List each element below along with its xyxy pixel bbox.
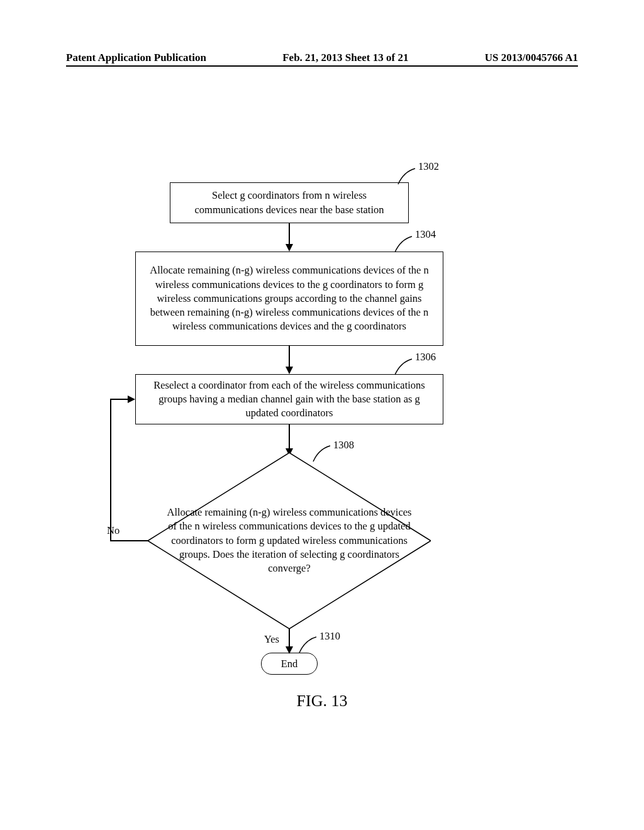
arrow-1304-1306 [289,346,290,368]
ref-1306: 1306 [415,351,436,363]
process-box-1304: Allocate remaining (n-g) wireless commun… [135,252,443,346]
ref-1308: 1308 [333,439,354,451]
header-center: Feb. 21, 2013 Sheet 13 of 21 [282,52,408,64]
terminator-end-1310: End [261,653,318,675]
arrow-1306-1308 [289,424,290,450]
decision-diamond-1308: Allocate remaining (n-g) wireless commun… [148,453,431,629]
header-left: Patent Application Publication [66,52,206,64]
no-line-horizontal-1 [110,540,148,541]
figure-label: FIG. 13 [297,692,348,711]
no-label: No [107,524,119,537]
arrow-head-1302-1304 [286,244,293,252]
yes-label: Yes [264,633,279,646]
box-1302-text: Select g coordinators from n wireless co… [180,189,399,217]
page-header: Patent Application Publication Feb. 21, … [0,52,644,64]
ref-1304: 1304 [415,228,436,241]
header-right: US 2013/0045766 A1 [485,52,578,64]
header-divider [66,65,578,67]
leader-1302 [396,167,421,185]
box-1306-text: Reselect a coordinator from each of the … [145,379,433,421]
leader-1306 [393,357,418,376]
leader-1310 [297,635,323,654]
yes-line [289,629,290,648]
ref-1310: 1310 [319,630,340,643]
leader-1308 [311,444,336,463]
arrow-1302-1304 [289,223,290,245]
process-box-1302: Select g coordinators from n wireless co… [170,182,409,223]
process-box-1306: Reselect a coordinator from each of the … [135,374,443,424]
leader-1304 [393,235,418,253]
end-text: End [281,658,298,670]
ref-1302: 1302 [418,160,439,173]
box-1304-text: Allocate remaining (n-g) wireless commun… [145,263,433,333]
arrow-head-no [128,396,135,403]
diamond-1308-text: Allocate remaining (n-g) wireless commun… [164,506,415,575]
no-line-horizontal-2 [110,399,129,400]
no-line-vertical [110,399,111,541]
arrow-head-1304-1306 [286,367,293,374]
